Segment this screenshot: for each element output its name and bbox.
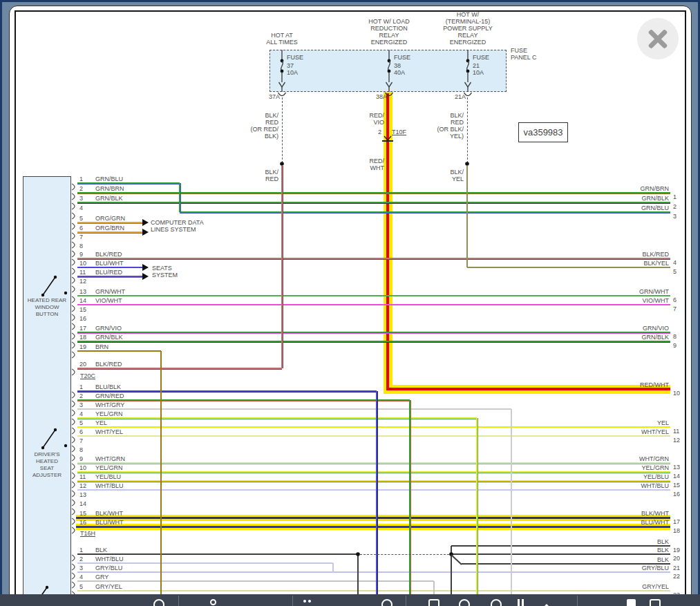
power-source-label-line: RELAY <box>344 32 434 39</box>
wire-color-label: GRN/BLU <box>95 176 123 182</box>
wire-color-label-line: RED/ <box>369 112 384 119</box>
pin-number: 3 <box>79 401 83 408</box>
wire-color-label-line: (OR RED/ <box>251 126 279 133</box>
pin-bracket <box>72 277 75 283</box>
pin-number: 11 <box>79 269 86 276</box>
pin-number: 8 <box>79 446 83 453</box>
pin-number: 2 <box>79 556 83 562</box>
pin-bracket <box>72 428 75 434</box>
pin-number: 7 <box>79 437 83 444</box>
system-ref-label-line: LINES SYSTEM <box>151 226 204 233</box>
wire-color-label: YEL/GRN <box>95 464 123 471</box>
junction-dot <box>465 162 469 166</box>
wire-diagonal <box>451 555 462 565</box>
system-arrow-icon <box>142 264 149 271</box>
bottom-toolbar <box>0 594 700 606</box>
power-source-label-line: (TERMINAL-15) <box>423 18 513 25</box>
pin-number: 5 <box>79 419 83 426</box>
pin-bracket <box>72 401 75 407</box>
wire-color-label: RED/VIO <box>369 112 384 126</box>
pin-bracket <box>72 419 75 425</box>
right-row-number: 1 <box>673 193 677 200</box>
pause-icon[interactable] <box>518 599 524 606</box>
zoom-icon[interactable] <box>153 599 164 606</box>
right-row-number: 6 <box>673 296 677 303</box>
fuse-name: FUSE <box>394 54 410 61</box>
pin-number: 20 <box>79 361 86 368</box>
wire-color-label-line: BLK/ <box>251 112 279 119</box>
right-row-number: 4 <box>673 259 677 266</box>
wire-color-label: GRN/RED <box>95 392 124 399</box>
pin-number: 13 <box>79 491 86 498</box>
stop-icon[interactable] <box>627 599 636 606</box>
wire-color-label: YEL/GRN <box>641 464 669 471</box>
share-icon[interactable] <box>542 599 551 606</box>
pin-bracket <box>72 259 75 265</box>
fuse-amps: 40A <box>394 69 405 76</box>
power-source-label-line: ALL TIMES <box>237 39 327 46</box>
pin-bracket <box>72 500 75 506</box>
wire-color-label: RED/WHT <box>369 158 384 171</box>
pin-number: 10 <box>79 260 86 267</box>
wire-color-label: BLK <box>657 556 669 563</box>
zoom-in-icon[interactable] <box>491 599 502 606</box>
pin-bracket <box>72 333 75 339</box>
switch-contact-dot <box>64 292 67 294</box>
pin-bracket <box>72 482 75 488</box>
pin-number: 17 <box>79 325 86 332</box>
pin-bracket <box>72 392 75 398</box>
pin-bracket <box>72 323 75 330</box>
pin-bracket <box>72 437 75 443</box>
pin-number: 3 <box>79 195 83 202</box>
switch-contact-dot <box>64 444 67 447</box>
pin-number: 1 <box>79 176 83 182</box>
pin-bracket <box>72 582 75 588</box>
pin-bracket <box>72 527 75 533</box>
right-row-number: 2 <box>673 203 677 210</box>
down-arrow-icon <box>279 82 285 87</box>
pin-number: 4 <box>79 205 83 211</box>
pin-number: 16 <box>79 519 86 526</box>
wiring-diagram-canvas[interactable]: HEATED REARWINDOWBUTTONDRIVER'SHEATEDSEA… <box>0 0 700 606</box>
right-row-number: 5 <box>673 268 677 275</box>
wire-color-label-line: RED <box>251 119 279 126</box>
toolbar-divider <box>577 596 578 606</box>
right-row-number: 13 <box>673 464 680 471</box>
pin-number: 14 <box>79 500 86 507</box>
wire-color-label-line: BLK/ <box>437 112 464 119</box>
pin-number: 7 <box>79 234 83 240</box>
fuse-amps: 10A <box>287 69 298 76</box>
pin-bracket <box>72 213 75 219</box>
right-row-number: 12 <box>673 437 680 444</box>
power-source-label-line: ENERGIZED <box>423 39 513 46</box>
wire-color-label: GRN/WHT <box>95 288 125 295</box>
junction-dot <box>356 552 360 556</box>
wire-color-label: BLK/WHT <box>95 510 123 517</box>
wire-color-label: BLK <box>95 547 107 553</box>
toolbar-divider <box>178 596 179 606</box>
pin-number: 14 <box>79 297 86 304</box>
more-options-icon[interactable] <box>303 600 306 603</box>
pin-number: 4 <box>79 410 83 417</box>
wire-color-label: BLK/YEL <box>643 260 669 267</box>
pin-bracket <box>72 305 75 312</box>
zoom-out-icon[interactable] <box>459 599 470 606</box>
power-source-label-line: HOT AT <box>237 32 327 39</box>
right-row-number: 7 <box>673 305 677 312</box>
fullscreen-icon[interactable] <box>650 599 661 606</box>
wire-color-label: WHT/YEL <box>641 428 669 435</box>
fuse-number: 21 <box>473 62 480 69</box>
wire-color-label-line: BLK/ <box>265 169 278 176</box>
power-source-label-line: ENERGIZED <box>344 39 434 46</box>
pin-number: 3 <box>79 565 83 571</box>
close-button[interactable] <box>637 18 679 59</box>
screen-icon[interactable] <box>428 599 439 606</box>
wire-color-label: ORG/GRN <box>95 215 125 222</box>
user-icon[interactable] <box>210 599 216 605</box>
pin-bracket <box>72 242 75 248</box>
power-source-label-line: HOT W/ LOAD <box>344 18 434 25</box>
pin-number: 11 <box>79 473 86 480</box>
wire-color-label: WHT/YEL <box>95 428 123 435</box>
right-row-number: 21 <box>673 565 680 571</box>
rotate-icon[interactable] <box>381 599 392 606</box>
